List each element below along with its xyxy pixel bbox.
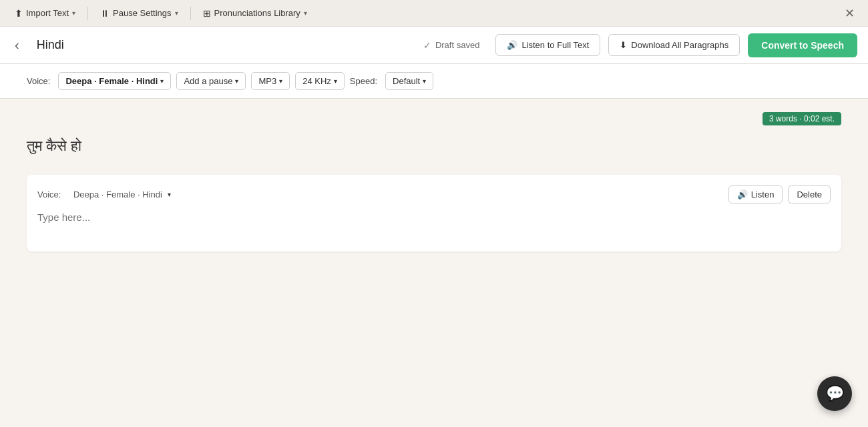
word-count: 3 words xyxy=(769,114,797,123)
speed-label: Speed: xyxy=(350,76,377,86)
add-pause-label: Add a pause xyxy=(184,76,232,86)
header-bar: ‹ ✓ Draft saved 🔊 Listen to Full Text ⬇ … xyxy=(0,27,868,64)
download-icon: ⬇ xyxy=(620,40,627,50)
import-text-chevron-icon: ▾ xyxy=(72,9,75,17)
listen-full-text-label: Listen to Full Text xyxy=(521,40,589,50)
speaker-icon: 🔊 xyxy=(507,40,517,50)
close-button[interactable]: ✕ xyxy=(839,3,860,24)
speed-dropdown[interactable]: Default ▾ xyxy=(385,72,433,90)
voice-label: Voice: xyxy=(27,76,50,86)
download-all-paragraphs-button[interactable]: ⬇ Download All Paragraphs xyxy=(608,34,740,56)
paragraph-card: Voice: Deepa · Female · Hindi ▾ 🔊 Listen… xyxy=(27,175,841,252)
paragraph-input[interactable] xyxy=(37,211,831,238)
add-pause-chevron-icon: ▾ xyxy=(235,77,238,85)
para-actions: 🔊 Listen Delete xyxy=(728,185,831,203)
import-text-label: Import Text xyxy=(26,8,69,18)
add-pause-dropdown[interactable]: Add a pause ▾ xyxy=(176,72,246,90)
format-dropdown[interactable]: MP3 ▾ xyxy=(251,72,290,90)
quality-dropdown[interactable]: 24 KHz ▾ xyxy=(295,72,345,90)
back-button[interactable]: ‹ xyxy=(11,35,23,55)
time-estimate: 0:02 est. xyxy=(804,114,835,123)
draft-saved-badge: ✓ Draft saved xyxy=(415,36,487,55)
pronunciations-library-chevron-icon: ▾ xyxy=(304,9,307,17)
para-listen-label: Listen xyxy=(751,189,775,199)
voice-dropdown-chevron-icon: ▾ xyxy=(160,77,164,85)
para-voice-info: Voice: Deepa · Female · Hindi ▾ xyxy=(37,188,175,201)
para-delete-label: Delete xyxy=(797,189,822,199)
pronunciations-library-icon: ⊞ xyxy=(203,8,211,19)
nav-divider-1 xyxy=(87,7,88,20)
pause-settings-icon: ⏸ xyxy=(100,8,110,19)
pause-settings-chevron-icon: ▾ xyxy=(175,9,178,17)
para-voice-label: Voice: xyxy=(37,189,61,199)
chat-bubble-icon: 💬 xyxy=(826,385,844,402)
para-voice-chevron-icon: ▾ xyxy=(168,191,171,198)
pronunciations-library-button[interactable]: ⊞ Pronunciations Library ▾ xyxy=(196,5,314,22)
main-text-content: तुम कैसे हो xyxy=(27,137,81,154)
title-input[interactable] xyxy=(31,35,407,55)
main-text: तुम कैसे हो xyxy=(27,131,841,161)
import-text-icon: ⬆ xyxy=(15,8,23,19)
para-speaker-icon: 🔊 xyxy=(737,189,748,199)
check-icon: ✓ xyxy=(423,40,431,51)
import-text-button[interactable]: ⬆ Import Text ▾ xyxy=(8,5,82,22)
download-all-paragraphs-label: Download All Paragraphs xyxy=(631,40,728,50)
pause-settings-label: Pause Settings xyxy=(113,8,171,18)
word-count-bar: 3 words · 0:02 est. xyxy=(27,112,841,125)
listen-full-text-button[interactable]: 🔊 Listen to Full Text xyxy=(495,34,600,56)
chat-bubble-button[interactable]: 💬 xyxy=(817,376,852,411)
para-voice-name: Deepa · Female · Hindi xyxy=(73,189,162,199)
voice-dropdown[interactable]: Deepa · Female · Hindi ▾ xyxy=(58,72,171,90)
quality-label: 24 KHz xyxy=(302,76,331,86)
speed-chevron-icon: ▾ xyxy=(423,77,426,85)
pronunciations-library-label: Pronunciations Library xyxy=(214,8,300,18)
toolbar: Voice: Deepa · Female · Hindi ▾ Add a pa… xyxy=(0,64,868,99)
para-listen-button[interactable]: 🔊 Listen xyxy=(728,185,783,203)
nav-divider-2 xyxy=(190,7,191,20)
speed-value: Default xyxy=(393,76,420,86)
voice-name: Deepa · Female · Hindi xyxy=(65,76,158,86)
convert-to-speech-button[interactable]: Convert to Speech xyxy=(748,33,857,57)
convert-to-speech-label: Convert to Speech xyxy=(761,40,844,51)
top-nav: ⬆ Import Text ▾ ⏸ Pause Settings ▾ ⊞ Pro… xyxy=(0,0,868,27)
format-chevron-icon: ▾ xyxy=(279,77,282,85)
quality-chevron-icon: ▾ xyxy=(334,77,337,85)
para-voice-dropdown[interactable]: Deepa · Female · Hindi ▾ xyxy=(69,188,175,201)
para-delete-button[interactable]: Delete xyxy=(788,185,831,203)
main-content: 3 words · 0:02 est. तुम कैसे हो Voice: D… xyxy=(0,99,868,427)
paragraph-card-header: Voice: Deepa · Female · Hindi ▾ 🔊 Listen… xyxy=(37,185,831,203)
pause-settings-button[interactable]: ⏸ Pause Settings ▾ xyxy=(93,5,184,22)
word-count-badge: 3 words · 0:02 est. xyxy=(763,112,841,125)
format-label: MP3 xyxy=(258,76,276,86)
draft-saved-label: Draft saved xyxy=(435,40,479,50)
